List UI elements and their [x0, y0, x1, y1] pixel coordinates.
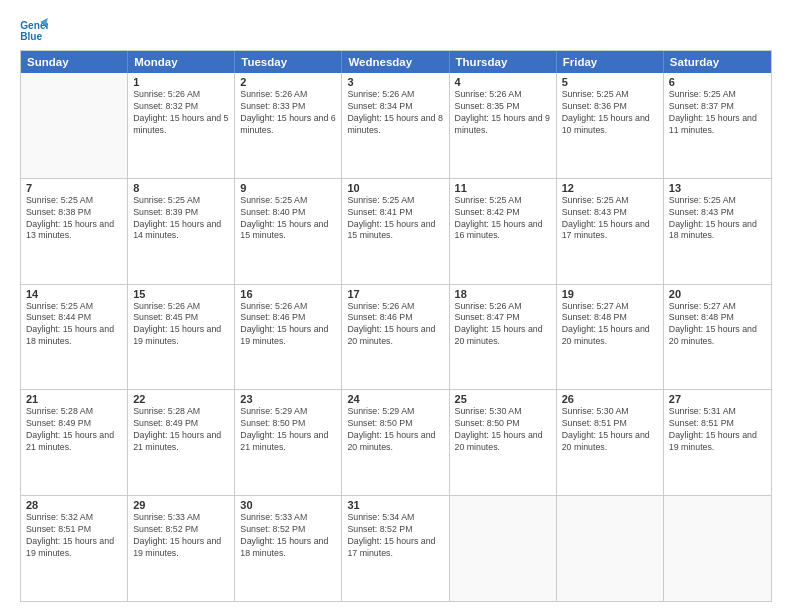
day-number: 14 [26, 288, 122, 300]
calendar-cell: 20Sunrise: 5:27 AMSunset: 8:48 PMDayligh… [664, 285, 771, 390]
day-header-monday: Monday [128, 51, 235, 73]
day-number: 1 [133, 76, 229, 88]
day-number: 10 [347, 182, 443, 194]
calendar-cell: 24Sunrise: 5:29 AMSunset: 8:50 PMDayligh… [342, 390, 449, 495]
calendar-cell [21, 73, 128, 178]
day-info: Sunrise: 5:26 AMSunset: 8:35 PMDaylight:… [455, 89, 551, 137]
week-row-4: 21Sunrise: 5:28 AMSunset: 8:49 PMDayligh… [21, 389, 771, 495]
day-info: Sunrise: 5:31 AMSunset: 8:51 PMDaylight:… [669, 406, 766, 454]
day-number: 8 [133, 182, 229, 194]
day-info: Sunrise: 5:29 AMSunset: 8:50 PMDaylight:… [347, 406, 443, 454]
day-number: 4 [455, 76, 551, 88]
day-number: 17 [347, 288, 443, 300]
day-number: 25 [455, 393, 551, 405]
calendar-cell: 8Sunrise: 5:25 AMSunset: 8:39 PMDaylight… [128, 179, 235, 284]
day-info: Sunrise: 5:29 AMSunset: 8:50 PMDaylight:… [240, 406, 336, 454]
day-info: Sunrise: 5:25 AMSunset: 8:43 PMDaylight:… [562, 195, 658, 243]
day-number: 30 [240, 499, 336, 511]
calendar-cell: 5Sunrise: 5:25 AMSunset: 8:36 PMDaylight… [557, 73, 664, 178]
day-number: 27 [669, 393, 766, 405]
day-number: 15 [133, 288, 229, 300]
day-info: Sunrise: 5:26 AMSunset: 8:45 PMDaylight:… [133, 301, 229, 349]
calendar-cell: 3Sunrise: 5:26 AMSunset: 8:34 PMDaylight… [342, 73, 449, 178]
day-info: Sunrise: 5:28 AMSunset: 8:49 PMDaylight:… [133, 406, 229, 454]
day-info: Sunrise: 5:25 AMSunset: 8:39 PMDaylight:… [133, 195, 229, 243]
calendar-cell: 7Sunrise: 5:25 AMSunset: 8:38 PMDaylight… [21, 179, 128, 284]
calendar-cell: 19Sunrise: 5:27 AMSunset: 8:48 PMDayligh… [557, 285, 664, 390]
week-row-5: 28Sunrise: 5:32 AMSunset: 8:51 PMDayligh… [21, 495, 771, 601]
day-number: 5 [562, 76, 658, 88]
day-info: Sunrise: 5:25 AMSunset: 8:40 PMDaylight:… [240, 195, 336, 243]
calendar-cell: 30Sunrise: 5:33 AMSunset: 8:52 PMDayligh… [235, 496, 342, 601]
calendar-cell: 2Sunrise: 5:26 AMSunset: 8:33 PMDaylight… [235, 73, 342, 178]
day-header-saturday: Saturday [664, 51, 771, 73]
day-header-tuesday: Tuesday [235, 51, 342, 73]
day-number: 3 [347, 76, 443, 88]
day-number: 11 [455, 182, 551, 194]
day-number: 9 [240, 182, 336, 194]
calendar-cell: 13Sunrise: 5:25 AMSunset: 8:43 PMDayligh… [664, 179, 771, 284]
logo-icon: General Blue [20, 18, 48, 42]
calendar-cell: 12Sunrise: 5:25 AMSunset: 8:43 PMDayligh… [557, 179, 664, 284]
calendar-cell: 10Sunrise: 5:25 AMSunset: 8:41 PMDayligh… [342, 179, 449, 284]
calendar-header: SundayMondayTuesdayWednesdayThursdayFrid… [21, 51, 771, 73]
day-info: Sunrise: 5:33 AMSunset: 8:52 PMDaylight:… [240, 512, 336, 560]
calendar: SundayMondayTuesdayWednesdayThursdayFrid… [20, 50, 772, 602]
day-info: Sunrise: 5:27 AMSunset: 8:48 PMDaylight:… [562, 301, 658, 349]
day-info: Sunrise: 5:32 AMSunset: 8:51 PMDaylight:… [26, 512, 122, 560]
calendar-cell: 29Sunrise: 5:33 AMSunset: 8:52 PMDayligh… [128, 496, 235, 601]
day-info: Sunrise: 5:25 AMSunset: 8:37 PMDaylight:… [669, 89, 766, 137]
day-info: Sunrise: 5:26 AMSunset: 8:32 PMDaylight:… [133, 89, 229, 137]
calendar-cell: 17Sunrise: 5:26 AMSunset: 8:46 PMDayligh… [342, 285, 449, 390]
day-number: 6 [669, 76, 766, 88]
calendar-cell: 15Sunrise: 5:26 AMSunset: 8:45 PMDayligh… [128, 285, 235, 390]
day-info: Sunrise: 5:27 AMSunset: 8:48 PMDaylight:… [669, 301, 766, 349]
day-info: Sunrise: 5:25 AMSunset: 8:42 PMDaylight:… [455, 195, 551, 243]
day-info: Sunrise: 5:26 AMSunset: 8:46 PMDaylight:… [347, 301, 443, 349]
day-header-wednesday: Wednesday [342, 51, 449, 73]
day-number: 12 [562, 182, 658, 194]
calendar-cell: 21Sunrise: 5:28 AMSunset: 8:49 PMDayligh… [21, 390, 128, 495]
day-header-sunday: Sunday [21, 51, 128, 73]
day-info: Sunrise: 5:26 AMSunset: 8:34 PMDaylight:… [347, 89, 443, 137]
calendar-cell: 9Sunrise: 5:25 AMSunset: 8:40 PMDaylight… [235, 179, 342, 284]
day-number: 31 [347, 499, 443, 511]
header: General Blue [20, 18, 772, 42]
calendar-cell: 23Sunrise: 5:29 AMSunset: 8:50 PMDayligh… [235, 390, 342, 495]
day-number: 21 [26, 393, 122, 405]
calendar-cell: 26Sunrise: 5:30 AMSunset: 8:51 PMDayligh… [557, 390, 664, 495]
calendar-cell: 16Sunrise: 5:26 AMSunset: 8:46 PMDayligh… [235, 285, 342, 390]
page: General Blue SundayMondayTuesdayWednesda… [0, 0, 792, 612]
day-number: 18 [455, 288, 551, 300]
week-row-2: 7Sunrise: 5:25 AMSunset: 8:38 PMDaylight… [21, 178, 771, 284]
day-number: 23 [240, 393, 336, 405]
day-number: 22 [133, 393, 229, 405]
calendar-cell: 6Sunrise: 5:25 AMSunset: 8:37 PMDaylight… [664, 73, 771, 178]
calendar-cell: 4Sunrise: 5:26 AMSunset: 8:35 PMDaylight… [450, 73, 557, 178]
svg-text:Blue: Blue [20, 31, 42, 42]
day-number: 16 [240, 288, 336, 300]
day-number: 13 [669, 182, 766, 194]
day-number: 24 [347, 393, 443, 405]
day-info: Sunrise: 5:26 AMSunset: 8:33 PMDaylight:… [240, 89, 336, 137]
day-number: 7 [26, 182, 122, 194]
calendar-cell: 1Sunrise: 5:26 AMSunset: 8:32 PMDaylight… [128, 73, 235, 178]
day-info: Sunrise: 5:25 AMSunset: 8:38 PMDaylight:… [26, 195, 122, 243]
day-info: Sunrise: 5:30 AMSunset: 8:51 PMDaylight:… [562, 406, 658, 454]
day-info: Sunrise: 5:28 AMSunset: 8:49 PMDaylight:… [26, 406, 122, 454]
calendar-cell: 18Sunrise: 5:26 AMSunset: 8:47 PMDayligh… [450, 285, 557, 390]
day-number: 28 [26, 499, 122, 511]
day-info: Sunrise: 5:33 AMSunset: 8:52 PMDaylight:… [133, 512, 229, 560]
calendar-cell: 27Sunrise: 5:31 AMSunset: 8:51 PMDayligh… [664, 390, 771, 495]
calendar-cell: 28Sunrise: 5:32 AMSunset: 8:51 PMDayligh… [21, 496, 128, 601]
day-info: Sunrise: 5:30 AMSunset: 8:50 PMDaylight:… [455, 406, 551, 454]
day-number: 19 [562, 288, 658, 300]
calendar-body: 1Sunrise: 5:26 AMSunset: 8:32 PMDaylight… [21, 73, 771, 601]
day-info: Sunrise: 5:25 AMSunset: 8:36 PMDaylight:… [562, 89, 658, 137]
calendar-cell [450, 496, 557, 601]
day-info: Sunrise: 5:25 AMSunset: 8:44 PMDaylight:… [26, 301, 122, 349]
calendar-cell [557, 496, 664, 601]
day-info: Sunrise: 5:25 AMSunset: 8:43 PMDaylight:… [669, 195, 766, 243]
calendar-cell: 22Sunrise: 5:28 AMSunset: 8:49 PMDayligh… [128, 390, 235, 495]
calendar-cell [664, 496, 771, 601]
